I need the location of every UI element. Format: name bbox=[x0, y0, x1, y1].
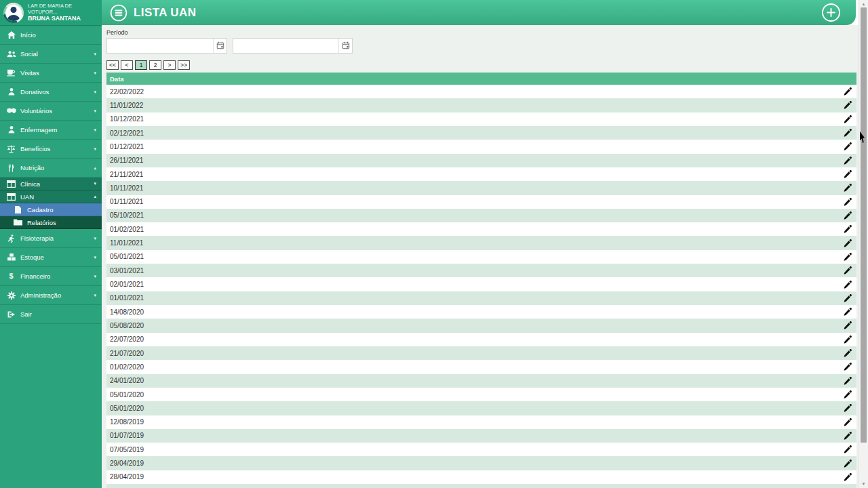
pencil-icon[interactable] bbox=[843, 376, 852, 385]
pagination-first-button[interactable]: << bbox=[106, 60, 119, 70]
row-date: 01/11/2021 bbox=[110, 198, 143, 205]
pencil-icon[interactable] bbox=[843, 239, 852, 247]
row-date: 05/01/2020 bbox=[110, 391, 144, 399]
sidebar-item-estoque[interactable]: Estoque▾ bbox=[0, 248, 102, 267]
row-date: 28/04/2019 bbox=[110, 473, 144, 481]
logout-icon bbox=[6, 311, 16, 318]
pencil-icon[interactable] bbox=[843, 418, 852, 426]
table-row: 03/01/2021 bbox=[106, 264, 856, 277]
pencil-icon[interactable] bbox=[843, 472, 852, 481]
pencil-icon[interactable] bbox=[843, 129, 852, 138]
pagination-last-button[interactable]: >> bbox=[178, 60, 190, 70]
pencil-icon[interactable] bbox=[843, 197, 852, 206]
table-row: 01/11/2021 bbox=[106, 195, 856, 209]
pencil-icon[interactable] bbox=[843, 431, 852, 440]
calendar-button[interactable] bbox=[338, 39, 352, 53]
pencil-icon[interactable] bbox=[843, 156, 852, 165]
pencil-icon[interactable] bbox=[843, 445, 852, 454]
caret-icon: ▾ bbox=[94, 127, 96, 133]
sidebar-item-uan[interactable]: UAN▴ bbox=[0, 190, 102, 203]
row-date: 10/11/2021 bbox=[110, 184, 143, 192]
sidebar-item-fisioterapia[interactable]: Fisioterapia▾ bbox=[0, 229, 102, 248]
scrollbar-thumb[interactable] bbox=[861, 7, 867, 443]
pencil-icon[interactable] bbox=[843, 170, 852, 179]
pencil-icon[interactable] bbox=[843, 252, 852, 261]
row-date: 02/12/2021 bbox=[110, 129, 144, 137]
caret-icon: ▾ bbox=[94, 181, 96, 186]
file-icon bbox=[13, 206, 23, 214]
table-row: 01/07/2019 bbox=[106, 429, 856, 443]
table-row: 24/01/2020 bbox=[106, 374, 856, 388]
sidebar-item-financeiro[interactable]: $Financeiro▾ bbox=[0, 267, 102, 286]
row-date: 05/01/2020 bbox=[110, 405, 144, 412]
hamburger-icon[interactable] bbox=[110, 4, 127, 22]
table-row: 21/07/2020 bbox=[106, 346, 856, 360]
avatar bbox=[3, 3, 24, 23]
sidebar-item-clinica[interactable]: Clínica▾ bbox=[0, 178, 102, 190]
pencil-icon[interactable] bbox=[843, 459, 852, 468]
pencil-icon[interactable] bbox=[843, 211, 852, 220]
table-row: 10/11/2021 bbox=[106, 181, 856, 195]
sidebar-item-voluntarios[interactable]: Voluntários▾ bbox=[0, 102, 102, 121]
sidebar-item-administracao[interactable]: Administração▾ bbox=[0, 286, 102, 305]
pencil-icon[interactable] bbox=[843, 225, 852, 234]
sidebar: LAR DE MARIA DE VOTUPOR... BRUNA SANTANA… bbox=[0, 0, 102, 488]
calendar-button[interactable] bbox=[213, 39, 226, 53]
pencil-icon[interactable] bbox=[843, 280, 852, 289]
row-date: 05/01/2021 bbox=[110, 253, 144, 260]
scroll-up-icon[interactable]: ▲ bbox=[859, 1, 868, 7]
pencil-icon[interactable] bbox=[843, 349, 852, 358]
pencil-icon[interactable] bbox=[843, 266, 852, 275]
sidebar-item-inicio[interactable]: Início bbox=[0, 26, 102, 45]
calendar-icon bbox=[342, 40, 350, 52]
pencil-icon[interactable] bbox=[843, 142, 852, 151]
row-date: 11/01/2021 bbox=[110, 239, 143, 247]
sidebar-item-relatorios[interactable]: Relatórios bbox=[0, 216, 102, 229]
sidebar-item-nutricao[interactable]: Nutrição▴ bbox=[0, 159, 102, 178]
pagination-page-2-button[interactable]: 2 bbox=[149, 60, 161, 70]
sidebar-item-donativos[interactable]: Donativos▾ bbox=[0, 83, 102, 102]
sidebar-item-enfermagem[interactable]: Enfermagem▾ bbox=[0, 121, 102, 140]
sidebar-item-label: Visitas bbox=[20, 69, 39, 77]
sidebar-item-sair[interactable]: Sair bbox=[0, 305, 102, 324]
sidebar-item-label: Clínica bbox=[20, 180, 40, 188]
users-icon bbox=[6, 51, 16, 58]
period-start-input[interactable] bbox=[107, 39, 213, 53]
pagination-page-1-button[interactable]: 1 bbox=[135, 60, 147, 70]
period-end-input[interactable] bbox=[233, 39, 338, 53]
pencil-icon[interactable] bbox=[843, 87, 852, 96]
scales-icon bbox=[6, 145, 16, 153]
pagination-next-button[interactable]: > bbox=[163, 60, 176, 70]
sidebar-item-beneficios[interactable]: Benefícios▾ bbox=[0, 140, 102, 159]
vertical-scrollbar[interactable]: ▲ ▼ bbox=[859, 0, 868, 488]
pencil-icon[interactable] bbox=[843, 390, 852, 399]
sidebar-item-cadastro[interactable]: Cadastro bbox=[0, 203, 102, 216]
calendar-icon bbox=[216, 40, 224, 52]
home-icon bbox=[6, 31, 16, 39]
pencil-icon[interactable] bbox=[843, 335, 852, 344]
sidebar-item-visitas[interactable]: Visitas▾ bbox=[0, 64, 102, 83]
pencil-icon[interactable] bbox=[843, 293, 852, 302]
pencil-icon[interactable] bbox=[843, 115, 852, 123]
user-profile[interactable]: LAR DE MARIA DE VOTUPOR... BRUNA SANTANA bbox=[0, 0, 102, 26]
table-row: 10/12/2021 bbox=[106, 113, 856, 126]
table-row: 12/08/2019 bbox=[106, 415, 856, 429]
data-table: Data 22/02/202211/01/202210/12/202102/12… bbox=[106, 73, 856, 488]
sidebar-item-label: Sair bbox=[20, 310, 32, 318]
caret-icon: ▾ bbox=[94, 70, 96, 76]
caret-icon: ▾ bbox=[94, 255, 96, 260]
pencil-icon[interactable] bbox=[843, 321, 852, 330]
plus-icon[interactable] bbox=[821, 3, 841, 22]
pencil-icon[interactable] bbox=[843, 101, 852, 110]
sidebar-item-social[interactable]: Social▾ bbox=[0, 45, 102, 64]
pencil-icon[interactable] bbox=[843, 184, 852, 192]
pagination-prev-button[interactable]: < bbox=[121, 60, 133, 70]
row-date: 24/01/2020 bbox=[110, 377, 144, 384]
sidebar-item-label: Relatórios bbox=[27, 219, 56, 226]
table-row: 22/07/2020 bbox=[106, 333, 856, 346]
pencil-icon[interactable] bbox=[843, 404, 852, 413]
pencil-icon[interactable] bbox=[843, 363, 852, 371]
app-root: LAR DE MARIA DE VOTUPOR... BRUNA SANTANA… bbox=[0, 0, 868, 488]
scroll-down-icon[interactable]: ▼ bbox=[859, 481, 868, 487]
pencil-icon[interactable] bbox=[843, 308, 852, 317]
